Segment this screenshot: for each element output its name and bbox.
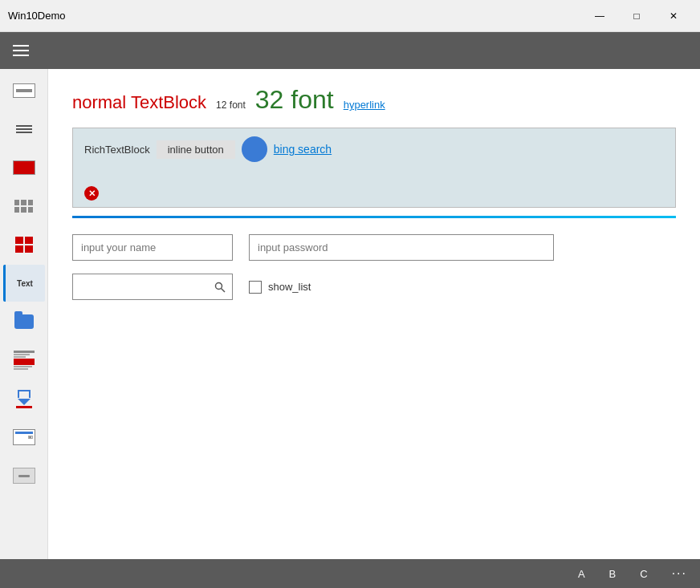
folder-icon [14, 314, 34, 329]
dialog-icon: × [13, 429, 35, 445]
taskbar-dots[interactable]: ··· [672, 566, 687, 581]
search-icon [214, 282, 226, 293]
hamburger-menu[interactable] [10, 42, 32, 59]
tiles-icon [15, 237, 33, 253]
name-input[interactable] [72, 234, 233, 261]
checkbox-row: show_list [249, 281, 311, 294]
search-button[interactable] [208, 277, 232, 298]
more-icon [13, 468, 35, 484]
close-button[interactable]: ✕ [655, 3, 692, 29]
sidebar-item-download[interactable] [3, 380, 45, 417]
search-box [72, 274, 233, 300]
grid-icon [14, 200, 34, 213]
content-area: normal TextBlock 12 font 32 font hyperli… [48, 69, 700, 559]
typography-icon [14, 351, 35, 370]
sidebar-item-grid[interactable] [3, 188, 45, 225]
minimize-button[interactable]: — [581, 3, 618, 29]
show-list-label: show_list [268, 281, 311, 293]
taskbar-item-b[interactable]: B [609, 568, 617, 580]
bing-search-link[interactable]: bing search [274, 143, 332, 156]
search-row: show_list [72, 274, 676, 300]
textblock-row: normal TextBlock 12 font 32 font hyperli… [72, 85, 676, 115]
search-input[interactable] [73, 274, 208, 299]
sidebar-item-text[interactable]: Text [3, 265, 45, 302]
maximize-button[interactable]: □ [618, 3, 655, 29]
sidebar-item-typography[interactable] [3, 342, 45, 379]
taskbar-item-c[interactable]: C [640, 568, 647, 580]
hyperlink[interactable]: hyperlink [344, 99, 385, 111]
app-title: Win10Demo [8, 10, 66, 22]
blue-circle-icon [242, 136, 267, 162]
sidebar: Text [0, 69, 48, 559]
sidebar-item-folder[interactable] [3, 303, 45, 340]
password-input[interactable] [249, 234, 554, 261]
sidebar-item-lines[interactable] [3, 111, 45, 148]
taskbar-item-a[interactable]: A [578, 568, 585, 580]
hamburger-line3 [13, 55, 29, 56]
separator [72, 216, 676, 218]
sidebar-item-tiles[interactable] [3, 226, 45, 263]
lines-icon [14, 123, 35, 136]
hamburger-line2 [13, 50, 29, 51]
svg-point-0 [216, 282, 222, 289]
font32-label: 32 font [255, 85, 334, 115]
titlebar: Win10Demo — □ ✕ [0, 0, 700, 32]
text-icon: Text [17, 279, 33, 288]
sidebar-item-more[interactable] [3, 457, 45, 494]
taskbar: A B C ··· [0, 559, 700, 588]
show-list-checkbox[interactable] [249, 281, 262, 294]
sidebar-item-appbar[interactable] [3, 72, 45, 109]
sidebar-item-redbar[interactable] [3, 149, 45, 186]
window-controls: — □ ✕ [581, 3, 692, 29]
sidebar-item-dialog[interactable]: × [3, 419, 45, 456]
richtextblock-label: RichTextBlock [84, 144, 150, 156]
menubar [0, 32, 700, 69]
main-layout: Text [0, 69, 700, 559]
hamburger-line1 [13, 45, 29, 47]
richtextblock-area: RichTextBlock inline button bing search … [72, 128, 676, 208]
inline-button[interactable]: inline button [157, 140, 235, 159]
download-icon [16, 390, 32, 408]
red-x-icon[interactable]: ✕ [84, 186, 99, 201]
font12-label: 12 font [216, 99, 246, 111]
svg-line-1 [222, 288, 226, 292]
input-row [72, 234, 676, 261]
rtb-content: RichTextBlock inline button bing search [84, 136, 664, 162]
redbar-icon [13, 160, 35, 175]
normal-textblock: normal TextBlock [72, 92, 206, 113]
